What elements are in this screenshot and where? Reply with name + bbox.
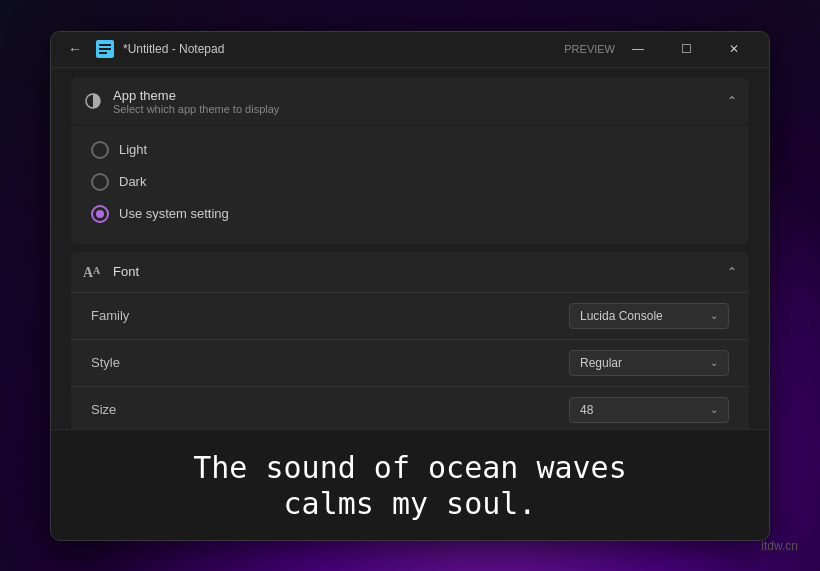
theme-icon: [83, 91, 103, 111]
preview-badge: PREVIEW: [564, 43, 615, 55]
style-dropdown[interactable]: Regular ⌄: [569, 350, 729, 376]
window-title: *Untitled - Notepad: [123, 42, 558, 56]
size-label: Size: [91, 402, 116, 417]
style-dropdown-arrow: ⌄: [710, 357, 718, 368]
family-dropdown[interactable]: Lucida Console ⌄: [569, 303, 729, 329]
size-dropdown[interactable]: 48 ⌄: [569, 397, 729, 423]
back-button[interactable]: ←: [63, 37, 87, 61]
dark-option[interactable]: Dark: [91, 166, 729, 198]
svg-rect-2: [99, 48, 111, 50]
app-icon: [95, 39, 115, 59]
family-dropdown-arrow: ⌄: [710, 310, 718, 321]
svg-rect-3: [99, 52, 107, 54]
light-label: Light: [119, 142, 147, 157]
family-row: Family Lucida Console ⌄: [71, 292, 749, 339]
font-section-header[interactable]: A A Font ⌃: [71, 252, 749, 292]
app-theme-title: App theme: [113, 88, 279, 103]
svg-rect-1: [99, 44, 111, 46]
font-header-left: A A Font: [83, 262, 139, 282]
titlebar: ← *Untitled - Notepad PREVIEW — ☐ ✕: [51, 32, 769, 68]
light-radio[interactable]: [91, 141, 109, 159]
style-row: Style Regular ⌄: [71, 339, 749, 386]
window-controls: — ☐ ✕: [615, 33, 757, 65]
watermark: itdw.cn: [761, 539, 798, 553]
style-label: Style: [91, 355, 120, 370]
font-icon: A A: [83, 262, 103, 282]
app-theme-header[interactable]: App theme Select which app theme to disp…: [71, 78, 749, 125]
size-dropdown-arrow: ⌄: [710, 404, 718, 415]
family-label: Family: [91, 308, 129, 323]
preview-line1: The sound of ocean waves: [193, 450, 626, 485]
font-title: Font: [113, 264, 139, 279]
app-theme-body: Light Dark Use system setting: [71, 126, 749, 244]
system-label: Use system setting: [119, 206, 229, 221]
size-row: Size 48 ⌄: [71, 386, 749, 429]
system-option[interactable]: Use system setting: [91, 198, 729, 230]
settings-panel: App theme Select which app theme to disp…: [51, 68, 769, 429]
app-theme-subtitle: Select which app theme to display: [113, 103, 279, 115]
preview-area: The sound of ocean waves calms my soul.: [51, 429, 769, 540]
style-value: Regular: [580, 356, 622, 370]
system-radio[interactable]: [91, 205, 109, 223]
close-button[interactable]: ✕: [711, 33, 757, 65]
preview-line2: calms my soul.: [284, 486, 537, 521]
app-theme-chevron: ⌃: [727, 94, 737, 108]
app-theme-title-group: App theme Select which app theme to disp…: [113, 88, 279, 115]
font-chevron: ⌃: [727, 265, 737, 279]
preview-text: The sound of ocean waves calms my soul.: [81, 450, 739, 522]
light-option[interactable]: Light: [91, 134, 729, 166]
app-theme-section: App theme Select which app theme to disp…: [71, 78, 749, 244]
font-section: A A Font ⌃ Family Lucida Console ⌄ St: [71, 252, 749, 429]
size-value: 48: [580, 403, 593, 417]
minimize-button[interactable]: —: [615, 33, 661, 65]
app-theme-header-left: App theme Select which app theme to disp…: [83, 88, 279, 115]
dark-label: Dark: [119, 174, 146, 189]
family-value: Lucida Console: [580, 309, 663, 323]
maximize-button[interactable]: ☐: [663, 33, 709, 65]
app-window: ← *Untitled - Notepad PREVIEW — ☐ ✕: [50, 31, 770, 541]
svg-text:A: A: [93, 265, 101, 276]
dark-radio[interactable]: [91, 173, 109, 191]
